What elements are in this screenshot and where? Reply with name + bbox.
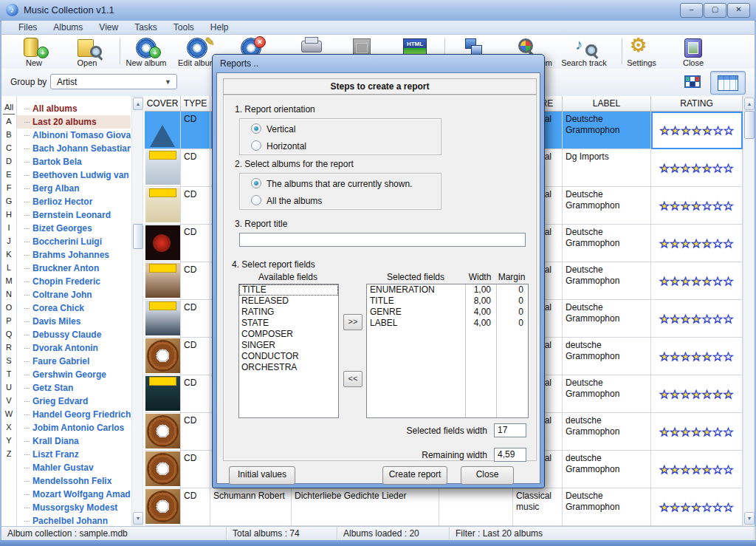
scroll-down-icon[interactable]: ▼ (744, 512, 755, 525)
group-by-dropdown[interactable]: Artist ▼ (50, 74, 177, 89)
alpha-k[interactable]: K (1, 248, 16, 261)
sidebar-item-bernstein-leonard[interactable]: Bernstein Leonard (17, 208, 131, 222)
alpha-d[interactable]: D (1, 154, 16, 168)
selected-field-row[interactable]: LABEL4,000 (367, 318, 528, 329)
rating-cell[interactable]: ★★★★★★★ (651, 149, 743, 187)
sidebar-item-debussy-claude[interactable]: Debussy Claude (17, 328, 131, 341)
albums-radio[interactable] (251, 195, 261, 205)
alpha-g[interactable]: G (1, 194, 16, 208)
sidebar-item-krall-diana[interactable]: Krall Diana (17, 434, 131, 448)
field-item-conductor[interactable]: CONDUCTOR (239, 351, 338, 362)
report-title-input[interactable] (239, 233, 526, 247)
rating-cell[interactable]: ★★★★★★★ (651, 338, 743, 375)
alpha-a[interactable]: A (1, 115, 16, 128)
menu-albums[interactable]: Albums (45, 21, 91, 34)
field-item-orchestra[interactable]: ORCHESTRA (239, 362, 338, 373)
sidebar-item-brahms-johannes[interactable]: Brahms Johannes (17, 248, 131, 262)
alpha-s[interactable]: S (1, 354, 16, 367)
sidebar-item-chopin-frederic[interactable]: Chopin Frederic (17, 275, 131, 288)
sidebar-item-corea-chick[interactable]: Corea Chick (17, 301, 131, 315)
rating-cell[interactable]: ★★★★★★★ (651, 451, 743, 488)
orientation-radio[interactable] (251, 140, 261, 151)
scrollbar-thumb[interactable] (744, 111, 755, 139)
sidebar-item-albinoni-tomaso-giovanni[interactable]: Albinoni Tomaso Giovanni (17, 129, 131, 142)
alpha-e[interactable]: E (1, 168, 16, 181)
alpha-p[interactable]: P (1, 314, 16, 327)
menu-view[interactable]: View (91, 21, 126, 34)
selected-field-row[interactable]: TITLE8,000 (367, 296, 528, 307)
sidebar-item-mendelssohn-felix[interactable]: Mendelssohn Felix (17, 474, 131, 488)
sidebar-item-coltrane-john[interactable]: Coltrane John (17, 288, 131, 301)
scroll-up-icon[interactable]: ▲ (744, 98, 755, 110)
table-view-button[interactable] (710, 71, 746, 95)
alpha-z[interactable]: Z (1, 447, 16, 460)
field-item-title[interactable]: TITLE (239, 284, 338, 296)
field-item-composer[interactable]: COMPOSER (239, 329, 338, 340)
alpha-w[interactable]: W (1, 407, 16, 420)
alpha-v[interactable]: V (1, 394, 16, 407)
new-button[interactable]: +New (6, 36, 62, 67)
sidebar-item-gershwin-george[interactable]: Gershwin George (17, 368, 131, 381)
scroll-down-icon[interactable]: ▼ (133, 512, 143, 525)
album-table-scrollbar[interactable]: ▲ ▼ (743, 96, 755, 526)
sidebar-item-last-20-albums[interactable]: Last 20 albums (17, 115, 131, 129)
alpha-t[interactable]: T (1, 367, 16, 381)
column-header-rating[interactable]: RATING (651, 96, 743, 112)
new-album-button[interactable]: +New album (118, 36, 174, 67)
rating-cell[interactable]: ★★★★★★★ (651, 488, 743, 526)
search-track-button[interactable]: ♪Search track (556, 36, 612, 67)
rating-cell[interactable]: ★★★★★★★ (651, 375, 743, 413)
artist-list-scrollbar[interactable]: ▲ ▼ (131, 96, 143, 526)
scrollbar-thumb[interactable] (133, 224, 143, 249)
field-item-state[interactable]: STATE (239, 318, 338, 329)
albums-option[interactable]: The albums that are currently shown. (251, 178, 412, 189)
sidebar-item-bruckner-anton[interactable]: Bruckner Anton (17, 262, 131, 275)
alpha-q[interactable]: Q (1, 327, 16, 341)
sidebar-item-boccherini-luigi[interactable]: Boccherini Luigi (17, 235, 131, 248)
column-header-type[interactable]: TYPE (181, 96, 210, 112)
scroll-up-icon[interactable]: ▲ (133, 98, 143, 110)
sidebar-item-grieg-edvard[interactable]: Grieg Edvard (17, 395, 131, 408)
sidebar-item-berg-alban[interactable]: Berg Alban (17, 182, 131, 195)
column-header-label[interactable]: LABEL (563, 96, 651, 112)
close-app-button[interactable]: Close (665, 36, 721, 67)
sidebar-item-davis-miles[interactable]: Davis Miles (17, 315, 131, 328)
move-right-button[interactable]: >> (343, 314, 362, 330)
close-button[interactable]: ✕ (727, 3, 750, 18)
sidebar-item-mahler-gustav[interactable]: Mahler Gustav (17, 461, 131, 474)
sidebar-item-pachelbel-johann[interactable]: Pachelbel Johann (17, 514, 131, 526)
alpha-o[interactable]: O (1, 301, 16, 314)
rating-cell[interactable]: ★★★★★★★ (651, 187, 743, 225)
menu-tasks[interactable]: Tasks (126, 21, 165, 34)
thumbnail-view-button[interactable] (679, 71, 706, 93)
minimize-button[interactable]: – (680, 3, 703, 18)
menu-help[interactable]: Help (202, 21, 237, 34)
dialog-close-button[interactable]: Close (461, 466, 514, 485)
rating-cell[interactable]: ★★★★★★★ (651, 262, 743, 300)
sidebar-item-liszt-franz[interactable]: Liszt Franz (17, 448, 131, 461)
albums-option[interactable]: All the albums (251, 195, 322, 206)
create-report-button[interactable]: Create report (382, 466, 447, 485)
field-item-released[interactable]: RELEASED (239, 296, 338, 307)
selected-fields-width-input[interactable]: 17 (494, 423, 526, 437)
table-row[interactable]: CDSchumann RobertDichterliebe Gedichte L… (145, 488, 743, 526)
alpha-r[interactable]: R (1, 341, 16, 354)
maximize-button[interactable]: ▢ (704, 3, 726, 18)
alpha-u[interactable]: U (1, 381, 16, 394)
sidebar-item-jobim-antonio-carlos[interactable]: Jobim Antonio Carlos (17, 421, 131, 434)
albums-radio[interactable] (251, 178, 261, 188)
alpha-j[interactable]: J (1, 234, 16, 248)
alpha-b[interactable]: B (1, 128, 16, 141)
orientation-option[interactable]: Horizontal (251, 140, 306, 151)
sidebar-item-mussorgsky-modest[interactable]: Mussorgsky Modest (17, 501, 131, 514)
initial-values-button[interactable]: Initial values (229, 466, 295, 485)
orientation-option[interactable]: Vertical (251, 123, 295, 134)
remaining-width-input[interactable]: 4,59 (494, 448, 526, 462)
sidebar-item-beethoven-ludwig-van[interactable]: Beethoven Ludwig van (17, 168, 131, 182)
alpha-x[interactable]: X (1, 420, 16, 434)
field-item-singer[interactable]: SINGER (239, 340, 338, 351)
alpha-f[interactable]: F (1, 181, 16, 194)
rating-cell[interactable]: ★★★★★★★ (651, 300, 743, 338)
sidebar-item-faure-gabriel[interactable]: Faure Gabriel (17, 355, 131, 368)
orientation-radio[interactable] (251, 123, 261, 134)
